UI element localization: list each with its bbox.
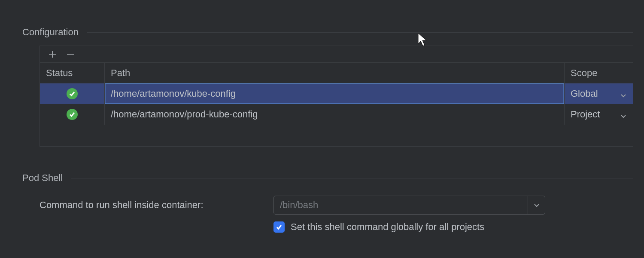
table-header: Status Path Scope bbox=[40, 63, 633, 83]
command-input[interactable] bbox=[274, 196, 528, 214]
table-empty-space bbox=[40, 125, 633, 146]
table-row[interactable]: /home/artamonov/kube-config Global bbox=[40, 83, 633, 104]
add-icon[interactable] bbox=[48, 49, 57, 59]
command-dropdown-button[interactable] bbox=[528, 196, 545, 214]
global-checkbox[interactable] bbox=[273, 221, 285, 233]
path-text: /home/artamonov/prod-kube-config bbox=[111, 109, 258, 120]
configuration-toolbar bbox=[40, 46, 633, 63]
global-checkbox-row: Set this shell command globally for all … bbox=[273, 221, 545, 233]
scope-cell[interactable]: Project bbox=[564, 104, 633, 125]
configuration-table: Status Path Scope /home/artamonov/kube-c… bbox=[40, 63, 633, 146]
scope-cell[interactable]: Global bbox=[564, 83, 633, 104]
path-text: /home/artamonov/kube-config bbox=[111, 88, 236, 99]
path-cell[interactable]: /home/artamonov/prod-kube-config bbox=[104, 104, 564, 125]
configuration-title: Configuration bbox=[22, 27, 79, 38]
status-cell bbox=[40, 83, 104, 104]
remove-icon[interactable] bbox=[66, 49, 75, 59]
chevron-down-icon bbox=[620, 111, 627, 118]
chevron-down-icon bbox=[620, 90, 627, 97]
pod-shell-title: Pod Shell bbox=[22, 172, 63, 184]
divider bbox=[71, 178, 633, 178]
command-combo bbox=[273, 196, 545, 215]
scope-text: Global bbox=[571, 88, 598, 99]
col-scope: Scope bbox=[564, 63, 633, 83]
col-status: Status bbox=[40, 63, 104, 83]
table-row[interactable]: /home/artamonov/prod-kube-config Project bbox=[40, 104, 633, 125]
global-checkbox-label: Set this shell command globally for all … bbox=[291, 221, 484, 233]
configuration-section-header: Configuration bbox=[22, 27, 633, 38]
col-path: Path bbox=[104, 63, 564, 83]
divider bbox=[87, 32, 633, 33]
pod-shell-form: Command to run shell inside container: S… bbox=[39, 196, 545, 233]
pod-shell-section-header: Pod Shell bbox=[22, 172, 633, 184]
status-ok-icon bbox=[67, 88, 78, 99]
status-cell bbox=[40, 104, 104, 125]
scope-text: Project bbox=[571, 109, 600, 120]
command-label: Command to run shell inside container: bbox=[39, 200, 273, 211]
configuration-panel: Status Path Scope /home/artamonov/kube-c… bbox=[39, 46, 633, 147]
status-ok-icon bbox=[67, 109, 78, 120]
path-cell[interactable]: /home/artamonov/kube-config bbox=[104, 83, 564, 104]
